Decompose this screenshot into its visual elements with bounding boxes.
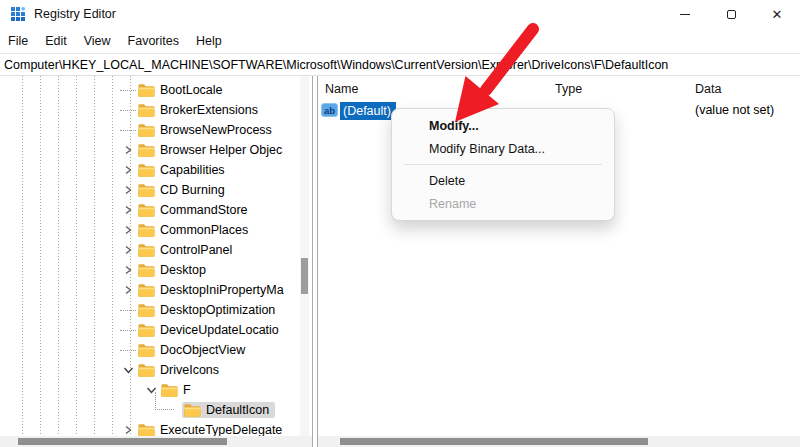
- context-menu-item-modify-binary-data[interactable]: Modify Binary Data...: [392, 137, 614, 160]
- maximize-button[interactable]: [708, 0, 754, 28]
- tree-item-label: DesktopOptimization: [160, 303, 275, 317]
- tree-item-label: BrowseNewProcess: [160, 123, 272, 137]
- tree-item-driveicons[interactable]: DriveIcons: [0, 360, 300, 380]
- tree-item-label: DesktopIniPropertyMa: [160, 283, 284, 297]
- folder-icon: [138, 123, 155, 137]
- tree-item-browsenewprocess[interactable]: BrowseNewProcess: [0, 120, 300, 140]
- tree-item-commonplaces[interactable]: CommonPlaces: [0, 220, 300, 240]
- window-title: Registry Editor: [34, 7, 116, 21]
- tree-item-capabilities[interactable]: Capabilities: [0, 160, 300, 180]
- chevron-down-icon[interactable]: [120, 362, 136, 378]
- menu-favorites[interactable]: Favorites: [128, 34, 179, 48]
- folder-icon: [138, 243, 155, 257]
- folder-icon: [138, 143, 155, 157]
- tree-item-label: Capabilities: [160, 163, 225, 177]
- tree-item-label: CommandStore: [160, 203, 248, 217]
- close-icon: ✕: [772, 8, 783, 21]
- chevron-right-icon[interactable]: [120, 142, 136, 158]
- tree-connector: [120, 310, 136, 311]
- tree-item-commandstore[interactable]: CommandStore: [0, 200, 300, 220]
- tree-item-controlpanel[interactable]: ControlPanel: [0, 240, 300, 260]
- folder-icon: [138, 323, 155, 337]
- registry-editor-icon: [10, 6, 26, 22]
- title-bar: Registry Editor ✕: [0, 0, 800, 28]
- folder-icon: [138, 363, 155, 377]
- menu-view[interactable]: View: [84, 34, 111, 48]
- registry-tree: BootLocaleBrokerExtensionsBrowseNewProce…: [0, 76, 300, 447]
- tree-item-label: ExecuteTypeDelegate: [160, 423, 282, 437]
- tree-item-label: CommonPlaces: [160, 223, 248, 237]
- tree-item-label: Browser Helper Objec: [160, 143, 282, 157]
- folder-icon: [138, 183, 155, 197]
- tree-item-label: DefaultIcon: [206, 403, 269, 417]
- column-header-name[interactable]: Name: [325, 82, 358, 96]
- tree-item-label: DocObjectView: [160, 343, 245, 357]
- chevron-right-icon[interactable]: [120, 282, 136, 298]
- folder-icon: [138, 203, 155, 217]
- folder-icon: [138, 263, 155, 277]
- tree-item-label: F: [183, 383, 191, 397]
- tree-item-label: ControlPanel: [160, 243, 232, 257]
- close-button[interactable]: ✕: [754, 0, 800, 28]
- tree-item-cd-burning[interactable]: CD Burning: [0, 180, 300, 200]
- string-value-icon: ab: [321, 103, 338, 117]
- folder-icon: [138, 163, 155, 177]
- chevron-right-icon[interactable]: [120, 242, 136, 258]
- values-horizontal-scrollbar[interactable]: [318, 436, 800, 447]
- tree-item-f[interactable]: F: [0, 380, 300, 400]
- tree-item-deviceupdatelocatio[interactable]: DeviceUpdateLocatio: [0, 320, 300, 340]
- tree-item-defaulticon[interactable]: DefaultIcon: [0, 400, 300, 420]
- tree-item-desktop[interactable]: Desktop: [0, 260, 300, 280]
- tree-vertical-scrollbar[interactable]: [300, 76, 309, 436]
- tree-item-label: CD Burning: [160, 183, 225, 197]
- chevron-down-icon[interactable]: [143, 382, 159, 398]
- column-header-type[interactable]: Type: [555, 82, 582, 96]
- menu-help[interactable]: Help: [196, 34, 222, 48]
- tree-horizontal-scrollbar-thumb[interactable]: [18, 438, 227, 445]
- address-path: Computer\HKEY_LOCAL_MACHINE\SOFTWARE\Mic…: [0, 58, 668, 72]
- folder-icon: [138, 303, 155, 317]
- folder-icon: [138, 343, 155, 357]
- folder-icon: [138, 103, 155, 117]
- folder-icon: [161, 383, 178, 397]
- tree-connector: [120, 130, 136, 131]
- chevron-right-icon[interactable]: [120, 262, 136, 278]
- minimize-icon: [680, 14, 690, 15]
- folder-icon: [138, 83, 155, 97]
- menu-file[interactable]: File: [8, 34, 28, 48]
- chevron-right-icon[interactable]: [120, 162, 136, 178]
- folder-icon: [138, 423, 155, 437]
- tree-connector: [120, 110, 136, 111]
- chevron-right-icon[interactable]: [120, 182, 136, 198]
- chevron-right-icon[interactable]: [120, 202, 136, 218]
- context-menu-item-modify[interactable]: Modify...: [392, 114, 614, 137]
- registry-editor-window: Registry Editor ✕ FileEditViewFavoritesH…: [0, 0, 800, 447]
- value-name-default[interactable]: (Default): [340, 102, 396, 120]
- tree-connector: [120, 350, 136, 351]
- tree-vertical-scrollbar-thumb[interactable]: [301, 258, 308, 294]
- minimize-button[interactable]: [662, 0, 708, 28]
- chevron-right-icon[interactable]: [120, 222, 136, 238]
- tree-item-docobjectview[interactable]: DocObjectView: [0, 340, 300, 360]
- values-horizontal-scrollbar-thumb[interactable]: [340, 438, 648, 445]
- tree-item-browser-helper-objec[interactable]: Browser Helper Objec: [0, 140, 300, 160]
- tree-item-brokerextensions[interactable]: BrokerExtensions: [0, 100, 300, 120]
- tree-item-desktopoptimization[interactable]: DesktopOptimization: [0, 300, 300, 320]
- tree-item-desktopinipropertyma[interactable]: DesktopIniPropertyMa: [0, 280, 300, 300]
- folder-icon: [138, 283, 155, 297]
- tree-connector: [120, 90, 136, 91]
- maximize-icon: [727, 10, 736, 19]
- tree-horizontal-scrollbar[interactable]: [0, 436, 312, 447]
- tree-item-label: BrokerExtensions: [160, 103, 258, 117]
- folder-icon: [184, 403, 201, 417]
- context-menu-separator: [404, 164, 602, 165]
- context-menu-item-delete[interactable]: Delete: [392, 169, 614, 192]
- tree-connector: [166, 402, 182, 418]
- context-menu: Modify...Modify Binary Data...DeleteRena…: [391, 108, 615, 221]
- tree-item-label: DriveIcons: [160, 363, 219, 377]
- column-header-data[interactable]: Data: [695, 82, 721, 96]
- address-bar[interactable]: Computer\HKEY_LOCAL_MACHINE\SOFTWARE\Mic…: [0, 53, 800, 76]
- menu-edit[interactable]: Edit: [45, 34, 67, 48]
- tree-item-label: BootLocale: [160, 83, 223, 97]
- tree-item-bootlocale[interactable]: BootLocale: [0, 80, 300, 100]
